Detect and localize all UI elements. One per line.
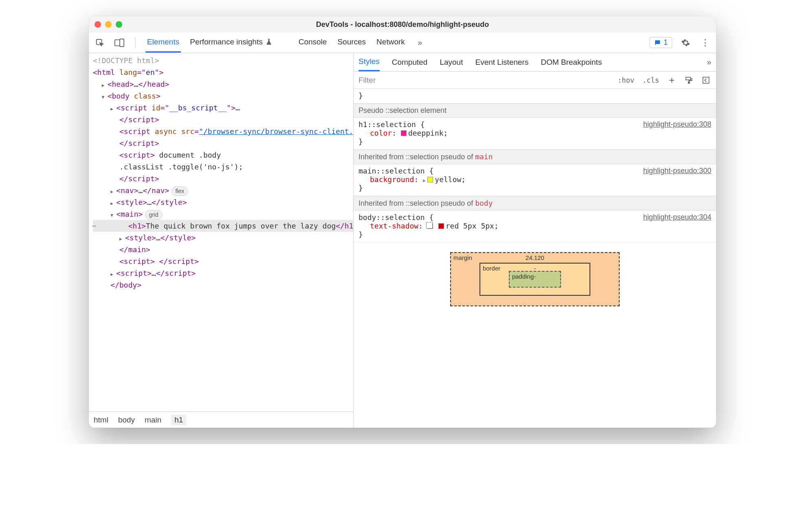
settings-icon[interactable] <box>680 37 692 49</box>
device-toggle-icon[interactable] <box>113 37 125 49</box>
style-rule[interactable]: highlight-pseudo:308 h1::selection { col… <box>354 118 716 149</box>
subtab-computed[interactable]: Computed <box>392 58 428 67</box>
style-rule[interactable]: highlight-pseudo:304 body::selection { t… <box>354 211 716 242</box>
expand-icon[interactable]: ▶ <box>423 178 426 183</box>
box-model[interactable]: margin 24.120 border - padding - <box>354 242 716 306</box>
tab-perf-label: Performance insights <box>190 37 262 46</box>
selected-node[interactable]: <h1>The quick brown fox jumps over the l… <box>93 220 353 232</box>
divider <box>135 37 136 48</box>
color-swatch[interactable] <box>438 223 444 229</box>
shadow-icon[interactable] <box>427 223 433 229</box>
script-collapsed[interactable]: <script> <box>116 269 152 277</box>
tab-console[interactable]: Console <box>297 33 329 53</box>
main-close[interactable]: </main> <box>119 245 150 254</box>
script-inline-text-2[interactable]: .classList .toggle('no-js'); <box>119 163 243 171</box>
caret-icon[interactable] <box>119 232 125 243</box>
prop-name[interactable]: background <box>370 175 414 184</box>
svg-rect-2 <box>120 39 124 46</box>
head-tag[interactable]: <head> <box>108 80 134 88</box>
styles-filter-input[interactable] <box>358 75 611 85</box>
prop-value[interactable]: yellow <box>435 175 461 184</box>
brace-close: } <box>359 184 711 192</box>
styles-panel-container: Styles Computed Layout Event Listeners D… <box>354 53 716 428</box>
browser-sync-link[interactable]: "/browser-sync/browser-sync-client.js?v=… <box>199 127 353 136</box>
subtab-layout[interactable]: Layout <box>440 58 463 67</box>
brace-close: } <box>359 137 711 146</box>
rule-source-link[interactable]: highlight-pseudo:304 <box>643 213 711 222</box>
messages-badge[interactable]: 1 <box>649 37 672 48</box>
more-subtabs-icon[interactable]: » <box>707 57 711 67</box>
box-border[interactable]: border - padding - <box>479 263 590 296</box>
kebab-menu-icon[interactable]: ⋮ <box>699 37 711 49</box>
color-swatch[interactable] <box>427 177 433 182</box>
inspect-icon[interactable] <box>94 37 106 49</box>
devtools-window: DevTools - localhost:8080/demo/highlight… <box>89 16 716 428</box>
flask-icon <box>265 38 273 46</box>
script-inline-tag[interactable]: <script> <box>119 151 155 159</box>
tab-elements[interactable]: Elements <box>145 33 181 53</box>
caret-icon[interactable] <box>110 102 116 113</box>
padding-top-value[interactable]: - <box>534 273 536 280</box>
prop-name[interactable]: color <box>370 129 392 137</box>
subtab-styles[interactable]: Styles <box>359 53 380 71</box>
script-close[interactable]: </script> <box>119 139 159 147</box>
caret-icon[interactable] <box>102 79 108 90</box>
rule-source-link[interactable]: highlight-pseudo:300 <box>643 167 711 175</box>
caret-icon[interactable] <box>110 209 116 220</box>
box-padding[interactable]: padding - <box>509 271 561 288</box>
pseudo-section-title: Pseudo ::selection element <box>354 103 716 118</box>
styles-rules-list[interactable]: } Pseudo ::selection element highlight-p… <box>354 89 716 428</box>
prop-value[interactable]: deeppink <box>408 129 444 137</box>
box-margin[interactable]: margin 24.120 border - padding - <box>450 252 620 306</box>
caret-icon[interactable] <box>110 185 116 196</box>
body-tag[interactable]: <body class> <box>108 92 161 100</box>
crumb-main[interactable]: main <box>145 415 161 424</box>
svg-rect-4 <box>688 82 689 83</box>
html-tag[interactable]: <html lang="en"> <box>93 68 163 77</box>
inherited-section-title: Inherited from ::selection pseudo of mai… <box>354 149 716 164</box>
script-bs-tag[interactable]: <script id="__bs_script__"> <box>116 103 235 112</box>
body-close[interactable]: </body> <box>110 281 141 289</box>
tab-performance-insights[interactable]: Performance insights <box>188 33 274 53</box>
script-async-tag[interactable]: <script async src= <box>119 127 199 136</box>
script-close[interactable]: </script> <box>119 115 159 124</box>
toggle-computed-icon[interactable] <box>700 74 712 86</box>
svg-rect-5 <box>703 77 709 83</box>
prop-value[interactable]: red 5px 5px <box>446 222 494 230</box>
style-tag[interactable]: <style> <box>125 233 156 242</box>
script-inline-text[interactable]: document .body <box>155 151 221 159</box>
crumb-h1[interactable]: h1 <box>171 415 186 425</box>
script-close[interactable]: </script> <box>119 174 159 183</box>
flex-badge[interactable]: flex <box>172 187 188 196</box>
rule-source-link[interactable]: highlight-pseudo:308 <box>643 120 711 129</box>
crumb-body[interactable]: body <box>118 415 135 424</box>
caret-icon[interactable] <box>102 90 108 101</box>
more-tabs-icon[interactable]: » <box>414 37 426 49</box>
doctype[interactable]: <!DOCTYPE html> <box>93 56 159 65</box>
nav-tag[interactable]: <nav> <box>116 186 138 195</box>
style-tag[interactable]: <style> <box>116 198 147 207</box>
new-style-rule-icon[interactable]: + <box>666 74 678 86</box>
caret-icon[interactable] <box>110 268 116 279</box>
main-tag[interactable]: <main> <box>116 210 143 218</box>
script-empty[interactable]: <script> </script> <box>119 257 199 266</box>
prop-name[interactable]: text-shadow <box>370 222 418 230</box>
cls-toggle[interactable]: .cls <box>641 76 661 84</box>
margin-top-value[interactable]: 24.120 <box>526 254 544 261</box>
grid-badge[interactable]: grid <box>145 210 162 220</box>
paint-icon[interactable] <box>683 74 695 86</box>
color-swatch[interactable] <box>401 130 407 136</box>
tab-network[interactable]: Network <box>375 33 407 53</box>
subtab-event-listeners[interactable]: Event Listeners <box>475 58 528 67</box>
crumb-html[interactable]: html <box>94 415 108 424</box>
elements-panel: <!DOCTYPE html> <html lang="en"> <head>…… <box>89 53 354 428</box>
style-rule[interactable]: highlight-pseudo:300 main::selection { b… <box>354 164 716 196</box>
inherited-section-title: Inherited from ::selection pseudo of bod… <box>354 196 716 211</box>
dom-tree[interactable]: <!DOCTYPE html> <html lang="en"> <head>…… <box>89 53 353 411</box>
h1-text: The quick brown fox jumps over the lazy … <box>146 222 336 230</box>
tab-sources[interactable]: Sources <box>336 33 367 53</box>
subtab-dom-breakpoints[interactable]: DOM Breakpoints <box>541 58 602 67</box>
styles-filter-bar: :hov .cls + <box>354 72 716 89</box>
caret-icon[interactable] <box>110 197 116 208</box>
hov-toggle[interactable]: :hov <box>616 76 636 84</box>
